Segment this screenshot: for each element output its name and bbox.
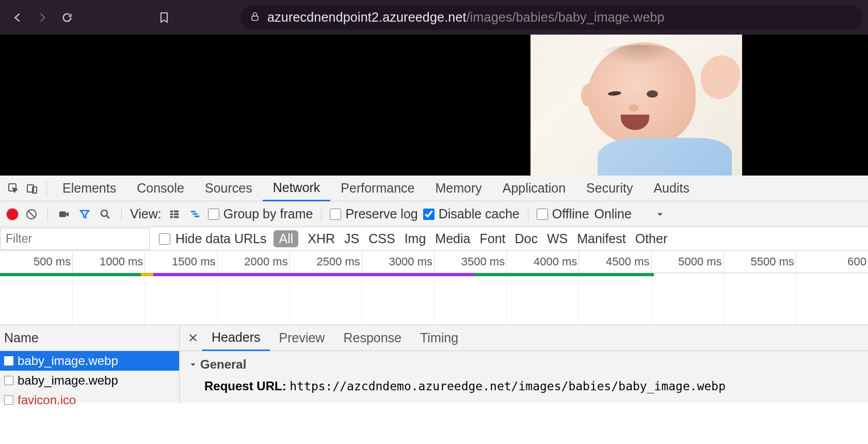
filter-bar: Hide data URLs AllXHRJSCSSImgMediaFontDo…	[0, 227, 868, 251]
camera-icon[interactable]	[56, 207, 72, 222]
detail-tab-headers[interactable]: Headers	[202, 325, 270, 351]
svg-rect-10	[174, 213, 179, 215]
tab-network[interactable]: Network	[263, 176, 331, 201]
filter-type-doc[interactable]: Doc	[515, 231, 537, 246]
online-label[interactable]: Online	[594, 207, 632, 221]
large-rows-icon[interactable]	[167, 207, 182, 222]
tab-performance[interactable]: Performance	[330, 176, 425, 201]
file-icon	[4, 356, 13, 366]
filter-type-ws[interactable]: WS	[547, 231, 568, 246]
general-section-header[interactable]: General	[189, 357, 859, 372]
disable-cache-checkbox[interactable]: Disable cache	[423, 207, 520, 221]
detail-tab-response[interactable]: Response	[334, 325, 411, 351]
timeline-segment	[141, 273, 153, 276]
group-by-frame-checkbox[interactable]: Group by frame	[208, 207, 313, 221]
browser-toolbar: azurecdnendpoint2.azureedge.net/images/b…	[0, 0, 868, 35]
svg-rect-15	[195, 215, 199, 217]
throttling-dropdown-icon[interactable]	[652, 207, 668, 222]
filter-input[interactable]	[0, 228, 150, 250]
detail-tab-preview[interactable]: Preview	[270, 325, 334, 351]
svg-rect-9	[170, 213, 173, 215]
request-detail: ✕ HeadersPreviewResponseTiming General R…	[180, 325, 868, 403]
request-row[interactable]: baby_image.webp	[0, 371, 179, 390]
close-icon[interactable]: ✕	[184, 331, 202, 345]
request-url-row: Request URL: https://azcdndemo.azureedge…	[189, 379, 859, 393]
search-icon[interactable]	[98, 207, 113, 222]
device-toggle-icon[interactable]	[23, 179, 41, 198]
filter-type-img[interactable]: Img	[405, 231, 426, 246]
tab-elements[interactable]: Elements	[52, 176, 126, 201]
svg-rect-14	[192, 213, 197, 215]
request-list: Name baby_image.webpbaby_image.webpfavic…	[0, 325, 180, 403]
request-name: baby_image.webp	[18, 354, 118, 368]
tab-console[interactable]: Console	[126, 176, 195, 201]
waterfall-icon[interactable]	[187, 207, 203, 222]
svg-rect-7	[170, 210, 173, 212]
hide-data-urls-checkbox[interactable]: Hide data URLs	[159, 231, 266, 246]
filter-type-other[interactable]: Other	[635, 231, 668, 246]
filter-type-xhr[interactable]: XHR	[308, 231, 335, 246]
url-text: azurecdnendpoint2.azureedge.net/images/b…	[267, 10, 665, 25]
svg-rect-12	[174, 216, 179, 218]
view-label: View:	[130, 207, 162, 221]
filter-type-manifest[interactable]: Manifest	[577, 231, 625, 246]
tab-memory[interactable]: Memory	[425, 176, 492, 201]
filter-type-all[interactable]: All	[274, 230, 298, 247]
lock-icon	[250, 11, 260, 24]
reload-button[interactable]	[55, 5, 79, 30]
offline-checkbox[interactable]: Offline	[537, 207, 589, 221]
caret-down-icon	[189, 360, 197, 369]
record-button[interactable]	[6, 208, 19, 220]
displayed-image	[531, 35, 742, 176]
preserve-log-checkbox[interactable]: Preserve log	[330, 207, 417, 221]
detail-tabs: ✕ HeadersPreviewResponseTiming	[180, 325, 868, 351]
devtools-tabbar: ElementsConsoleSourcesNetworkPerformance…	[0, 176, 868, 201]
tab-security[interactable]: Security	[576, 176, 643, 201]
filter-type-font[interactable]: Font	[479, 231, 505, 246]
request-list-header[interactable]: Name	[0, 325, 179, 351]
svg-rect-11	[170, 216, 173, 218]
page-viewport	[0, 35, 868, 176]
devtools-panel: ElementsConsoleSourcesNetworkPerformance…	[0, 176, 868, 403]
timeline-tick: 5500 ms	[796, 251, 842, 273]
filter-type-js[interactable]: JS	[344, 231, 359, 246]
request-row[interactable]: favicon.ico	[0, 390, 179, 410]
svg-rect-5	[59, 211, 66, 217]
svg-rect-13	[190, 211, 195, 212]
file-icon	[4, 376, 13, 385]
request-name: baby_image.webp	[18, 373, 118, 388]
clear-icon[interactable]	[24, 207, 39, 222]
tab-application[interactable]: Application	[492, 176, 576, 201]
filter-type-media[interactable]: Media	[435, 231, 470, 246]
address-bar[interactable]: azurecdnendpoint2.azureedge.net/images/b…	[240, 5, 863, 30]
filter-type-css[interactable]: CSS	[368, 231, 395, 246]
svg-point-6	[101, 210, 107, 216]
back-button[interactable]	[5, 5, 30, 30]
filter-icon[interactable]	[77, 207, 92, 222]
svg-rect-8	[174, 210, 179, 212]
request-row[interactable]: baby_image.webp	[0, 351, 179, 371]
detail-pane: Name baby_image.webpbaby_image.webpfavic…	[0, 325, 868, 403]
network-timeline[interactable]: 500 ms1000 ms1500 ms2000 ms2500 ms3000 m…	[0, 251, 868, 325]
detail-tab-timing[interactable]: Timing	[411, 325, 468, 351]
request-name: favicon.ico	[18, 393, 76, 407]
inspect-icon[interactable]	[4, 179, 23, 198]
tab-sources[interactable]: Sources	[195, 176, 263, 201]
bookmark-button[interactable]	[152, 11, 176, 24]
timeline-segment	[0, 273, 141, 276]
timeline-segment	[474, 273, 654, 276]
timeline-segment	[153, 273, 474, 276]
svg-rect-0	[252, 16, 258, 20]
network-toolbar: View: Group by frame Preserve log Disabl…	[0, 201, 868, 227]
forward-button[interactable]	[30, 5, 55, 30]
tab-audits[interactable]: Audits	[643, 176, 699, 201]
file-icon	[4, 395, 13, 405]
